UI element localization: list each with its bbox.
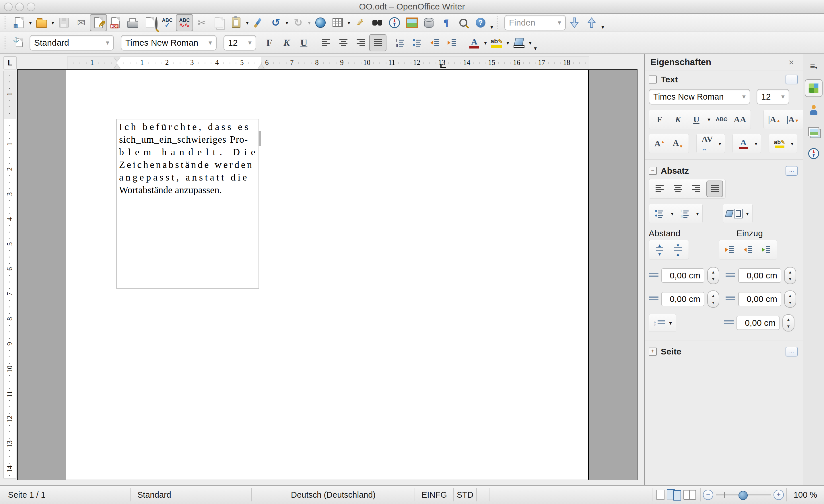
sidebar-menu-button[interactable]: ≡▾	[805, 58, 823, 75]
spellcheck-button[interactable]: ABC✓	[159, 14, 176, 31]
sidebar-underline-dropdown[interactable]: ▾	[706, 116, 712, 123]
decrease-indent-button[interactable]	[426, 34, 443, 52]
increase-spacing-button[interactable]: ▲▼	[651, 241, 668, 258]
first-line-indent-marker[interactable]	[114, 57, 120, 62]
sidebar-underline-button[interactable]: U	[688, 111, 705, 128]
sidebar-italic-button[interactable]: K	[670, 111, 686, 128]
right-indent-marker[interactable]	[258, 64, 264, 69]
first-line-indent-stepper[interactable]: ▲▼	[783, 314, 795, 331]
sidebar-align-center-button[interactable]	[670, 181, 686, 197]
status-page-style[interactable]: Standard	[130, 488, 252, 501]
zoom-window-button[interactable]	[27, 3, 35, 11]
paragraph-dialog-launcher[interactable]: …	[786, 166, 798, 176]
align-center-button[interactable]	[335, 34, 352, 52]
sidebar-case-button[interactable]: AA	[732, 111, 748, 128]
align-left-button[interactable]	[318, 34, 335, 52]
below-spacing-field[interactable]: 0,00 cm	[661, 292, 704, 306]
data-sources-button[interactable]	[420, 14, 437, 31]
save-button[interactable]	[56, 14, 73, 31]
formatting-toolbar-grip[interactable]	[5, 36, 8, 49]
text-frame[interactable]: Ich befürchte, dass es sich_um_ein_schwi…	[116, 119, 259, 289]
highlighting-button[interactable]: ab✎	[488, 34, 505, 52]
decrease-font-button[interactable]: |A▼	[785, 111, 801, 128]
sidebar-bold-button[interactable]: F	[651, 111, 668, 128]
format-paintbrush-button[interactable]	[250, 14, 267, 31]
toolbar-grip[interactable]	[5, 16, 8, 29]
status-zoom-level[interactable]: 100 %	[787, 488, 824, 501]
after-indent-stepper[interactable]: ▲▼	[784, 290, 796, 308]
sidebar-highlight-button[interactable]: ab✎	[771, 135, 788, 152]
sidebar-tab-properties[interactable]	[805, 79, 823, 97]
bullet-list-dropdown[interactable]: ▾	[670, 210, 675, 217]
after-indent-field[interactable]: 0,00 cm	[738, 292, 781, 306]
highlighting-dropdown[interactable]: ▾	[505, 39, 510, 46]
left-indent-marker[interactable]	[114, 64, 120, 69]
zoom-out-button[interactable]: −	[703, 490, 713, 500]
sidebar-align-left-button[interactable]	[651, 181, 668, 197]
bullet-list-button[interactable]	[409, 34, 426, 52]
undo-button[interactable]: ↺	[267, 14, 284, 31]
before-indent-field[interactable]: 0,00 cm	[738, 268, 781, 283]
character-spacing-button[interactable]: AV↔	[699, 135, 716, 152]
line-spacing-button[interactable]: ↕	[652, 316, 666, 330]
paragraph-style-combobox[interactable]: Standard ▼	[29, 35, 114, 51]
align-right-button[interactable]	[352, 34, 369, 52]
find-dropdown-arrow[interactable]: ▼	[554, 15, 565, 30]
cut-button[interactable]: ✂	[193, 14, 210, 31]
minimize-window-button[interactable]	[15, 3, 24, 11]
underline-button[interactable]: U	[295, 34, 312, 52]
numbered-list-dropdown[interactable]: ▾	[695, 210, 700, 217]
sidebar-font-name-arrow[interactable]: ▼	[738, 90, 750, 104]
line-spacing-dropdown[interactable]: ▾	[668, 320, 673, 326]
styles-button[interactable]: ⚓	[11, 34, 28, 52]
below-spacing-stepper[interactable]: ▲▼	[707, 290, 719, 308]
superscript-button[interactable]: A▲	[651, 135, 668, 152]
print-button[interactable]	[124, 14, 141, 31]
font-color-dropdown[interactable]: ▾	[483, 39, 488, 46]
subscript-button[interactable]: A▼	[670, 135, 686, 152]
hanging-indent-button[interactable]	[758, 241, 775, 258]
paste-button[interactable]	[227, 14, 245, 31]
collapse-icon[interactable]: −	[649, 167, 657, 175]
hyperlink-button[interactable]	[312, 14, 329, 31]
help-button[interactable]: ?	[472, 14, 489, 31]
find-previous-button[interactable]	[583, 14, 600, 31]
expand-icon[interactable]: +	[649, 347, 657, 356]
italic-button[interactable]: K	[278, 34, 295, 52]
redo-button[interactable]: ↻	[290, 14, 307, 31]
decrease-spacing-button[interactable]: ▼▲	[670, 241, 686, 258]
sidebar-font-color-dropdown[interactable]: ▾	[753, 140, 758, 147]
background-color-dropdown[interactable]: ▾	[528, 39, 533, 46]
open-button[interactable]	[33, 14, 50, 31]
paste-dropdown[interactable]: ▾	[245, 19, 250, 26]
single-page-view-button[interactable]	[656, 490, 664, 500]
redo-dropdown[interactable]: ▾	[307, 19, 312, 26]
increase-indent-button[interactable]	[443, 34, 460, 52]
sidebar-align-right-button[interactable]	[688, 181, 705, 197]
paragraph-background-button[interactable]	[725, 205, 743, 222]
formatting-marks-button[interactable]: ¶	[437, 14, 455, 31]
sidebar-justify-button[interactable]	[706, 181, 723, 197]
insert-table-button[interactable]	[329, 14, 346, 31]
undo-dropdown[interactable]: ▾	[284, 19, 290, 26]
page-dialog-launcher[interactable]: …	[786, 347, 798, 357]
font-color-button[interactable]: A	[466, 34, 483, 52]
find-replace-button[interactable]	[369, 14, 386, 31]
copy-button[interactable]	[210, 14, 227, 31]
sidebar-highlight-dropdown[interactable]: ▾	[790, 140, 795, 147]
text-dialog-launcher[interactable]: …	[786, 75, 798, 84]
gallery-button[interactable]	[403, 14, 420, 31]
font-size-dropdown-arrow[interactable]: ▼	[244, 35, 255, 50]
book-view-button[interactable]	[684, 490, 696, 500]
sidebar-bullet-list-button[interactable]	[651, 205, 668, 222]
document-page[interactable]: Ich befürchte, dass es sich_um_ein_schwi…	[66, 70, 589, 480]
sidebar-decrease-indent-button[interactable]	[740, 241, 756, 258]
formatting-overflow-button[interactable]: ▾	[533, 45, 538, 52]
find-combobox[interactable]: Finden ▼	[504, 15, 566, 30]
sidebar-numbered-list-button[interactable]: III	[677, 205, 693, 222]
increase-font-button[interactable]: |A▲	[766, 111, 783, 128]
justify-button[interactable]	[369, 34, 387, 52]
find-toolbar-grip[interactable]	[497, 16, 500, 29]
tab-stop-type-selector[interactable]: L	[3, 56, 17, 70]
open-dropdown[interactable]: ▾	[50, 19, 56, 26]
